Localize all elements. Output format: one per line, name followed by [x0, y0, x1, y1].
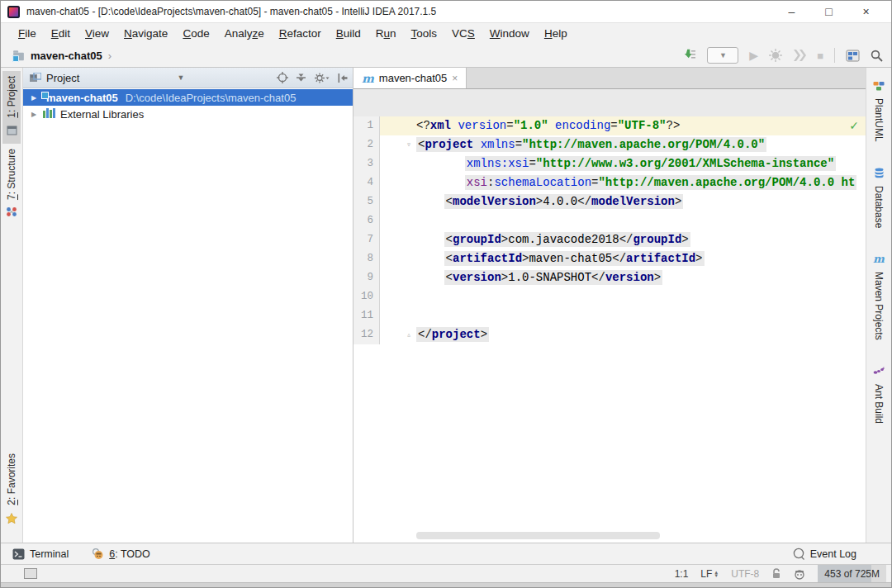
encoding-widget[interactable]: UTF-8 [731, 568, 759, 580]
menu-build[interactable]: Build [329, 26, 368, 41]
database-icon [874, 165, 885, 182]
main-area: 1: Project7: Structure2: Favorites Proje… [1, 68, 891, 543]
stripe-label: PlantUML [873, 98, 885, 142]
menu-window[interactable]: Window [482, 26, 537, 41]
plantuml-icon [873, 78, 885, 94]
fold-column [380, 116, 416, 135]
debug-icon[interactable] [769, 47, 782, 64]
fold-column [380, 306, 416, 325]
maven-icon: m [873, 251, 885, 268]
line-separator-widget[interactable]: LF ▲▼ [700, 568, 719, 580]
stripe-button-project[interactable]: 1: Project [2, 71, 21, 144]
project-structure-icon[interactable] [846, 47, 860, 64]
navigation-bar: maven-chat05 › ▼▶■ [1, 44, 891, 68]
tree-row-external-libraries[interactable]: ▶External Libraries [23, 106, 353, 122]
todo-icon [92, 546, 104, 562]
inspections-hector-icon[interactable] [794, 568, 805, 580]
toolwindow-button-6-todo[interactable]: 6: TODO [92, 546, 150, 562]
stripe-button-maven-projects[interactable]: mMaven Projects [870, 246, 888, 345]
fold-column [380, 268, 416, 287]
settings-gear-icon[interactable] [314, 69, 330, 86]
search-everywhere-icon[interactable] [871, 47, 883, 64]
ant-icon [873, 363, 885, 380]
code-text: <project xmlns="http://maven.apache.org/… [416, 135, 866, 154]
chevron-down-icon: ▼ [719, 51, 727, 59]
memory-indicator[interactable]: 453 of 725M [818, 565, 886, 583]
fold-column [380, 192, 416, 211]
line-number: 12 [353, 325, 380, 344]
menu-help[interactable]: Help [537, 26, 575, 41]
stripe-button-plantuml[interactable]: PlantUML [870, 73, 888, 147]
project-tool-icon [7, 122, 17, 139]
tree-row-maven-chat05[interactable]: ▶maven-chat05D:\code\IdeaProjects\maven-… [23, 89, 353, 106]
event-log-button[interactable]: Event Log [792, 546, 856, 562]
menu-refactor[interactable]: Refactor [272, 26, 329, 41]
code-line-11[interactable]: 11 [353, 306, 866, 325]
menu-file[interactable]: File [11, 26, 44, 41]
coverage-icon[interactable] [793, 47, 806, 64]
close-button[interactable]: × [847, 5, 885, 18]
stripe-button-database[interactable]: Database [870, 160, 888, 233]
code-line-5[interactable]: 5 <modelVersion>4.0.0</modelVersion> [353, 192, 866, 211]
menu-edit[interactable]: Edit [44, 26, 78, 41]
expand-arrow-icon[interactable]: ▶ [30, 111, 38, 118]
code-line-7[interactable]: 7 <groupId>com.javacode2018</groupId> [353, 230, 866, 249]
breadcrumb[interactable]: maven-chat05 › [12, 50, 112, 62]
update-project-icon[interactable] [683, 47, 696, 64]
code-line-1[interactable]: 1<?xml version="1.0" encoding="UTF-8"?>✓ [353, 116, 866, 135]
menu-code[interactable]: Code [175, 26, 216, 41]
inspection-check-icon[interactable]: ✓ [849, 116, 859, 135]
run-icon[interactable]: ▶ [749, 47, 758, 64]
locate-icon[interactable] [277, 69, 288, 86]
line-number: 8 [353, 249, 380, 268]
lock-icon[interactable] [771, 568, 781, 579]
fold-marker-icon[interactable]: ▵ [380, 325, 416, 344]
bottom-tool-window-bar: Terminal6: TODOEvent Log [1, 543, 891, 564]
stripe-button-ant-build[interactable]: Ant Build [870, 358, 888, 429]
fold-column [380, 173, 416, 192]
code-line-4[interactable]: 4 xsi:schemaLocation="http://maven.apach… [353, 173, 866, 192]
stop-icon[interactable]: ■ [817, 47, 823, 64]
status-bar: 1:1 LF ▲▼ UTF-8 453 of 725M [1, 564, 891, 582]
toolwindow-switcher-icon[interactable] [24, 568, 37, 579]
menu-bar: FileEditViewNavigateCodeAnalyzeRefactorB… [1, 23, 891, 44]
title-bar: maven-chat05 - [D:\code\IdeaProjects\mav… [1, 1, 891, 23]
menu-tools[interactable]: Tools [404, 26, 445, 41]
minimize-button[interactable]: – [773, 5, 810, 18]
menu-view[interactable]: View [78, 26, 116, 41]
collapse-all-icon[interactable] [296, 69, 306, 86]
stripe-label: 2: Favorites [6, 453, 17, 505]
code-line-2[interactable]: 2▿<project xmlns="http://maven.apache.or… [353, 135, 866, 154]
fold-column [380, 287, 416, 306]
code-editor[interactable]: 1<?xml version="1.0" encoding="UTF-8"?>✓… [353, 116, 866, 543]
hide-panel-icon[interactable] [337, 69, 348, 86]
code-line-9[interactable]: 9 <version>1.0-SNAPSHOT</version> [353, 268, 866, 287]
project-view-dropdown[interactable]: ▼ [177, 74, 184, 82]
code-line-3[interactable]: 3 xmlns:xsi="http://www.w3.org/2001/XMLS… [353, 154, 866, 173]
horizontal-scrollbar[interactable] [416, 532, 660, 539]
fold-marker-icon[interactable]: ▿ [380, 135, 416, 154]
menu-navigate[interactable]: Navigate [116, 26, 175, 41]
breadcrumb-chevron-icon: › [108, 50, 112, 62]
code-text: <artifactId>maven-chat05</artifactId> [416, 249, 866, 268]
caret-position-widget[interactable]: 1:1 [675, 568, 689, 580]
code-line-10[interactable]: 10 [353, 287, 866, 306]
tab-close-icon[interactable]: × [452, 73, 458, 84]
code-line-12[interactable]: 12▵</project> [353, 325, 866, 344]
line-number: 5 [353, 192, 380, 211]
project-panel-title[interactable]: Project [30, 72, 79, 84]
code-line-6[interactable]: 6 [353, 211, 866, 230]
stripe-button-structure[interactable]: 7: Structure [2, 144, 21, 225]
menu-run[interactable]: Run [368, 26, 404, 41]
code-line-8[interactable]: 8 <artifactId>maven-chat05</artifactId> [353, 249, 866, 268]
menu-analyze[interactable]: Analyze [217, 26, 272, 41]
toolwindow-button-terminal[interactable]: Terminal [12, 546, 69, 562]
tree-item-path: D:\code\IdeaProjects\maven-chat05 [126, 92, 297, 104]
editor-tab-maven-chat05[interactable]: m maven-chat05 × [353, 68, 467, 88]
maximize-button[interactable]: □ [810, 5, 847, 18]
event-log-bubble-icon [792, 546, 805, 562]
menu-vcs[interactable]: VCS [444, 26, 482, 41]
run-config-selector[interactable]: ▼ [707, 47, 738, 64]
stripe-button-favorites[interactable]: 2: Favorites [2, 448, 21, 531]
expand-arrow-icon[interactable]: ▶ [30, 94, 38, 102]
